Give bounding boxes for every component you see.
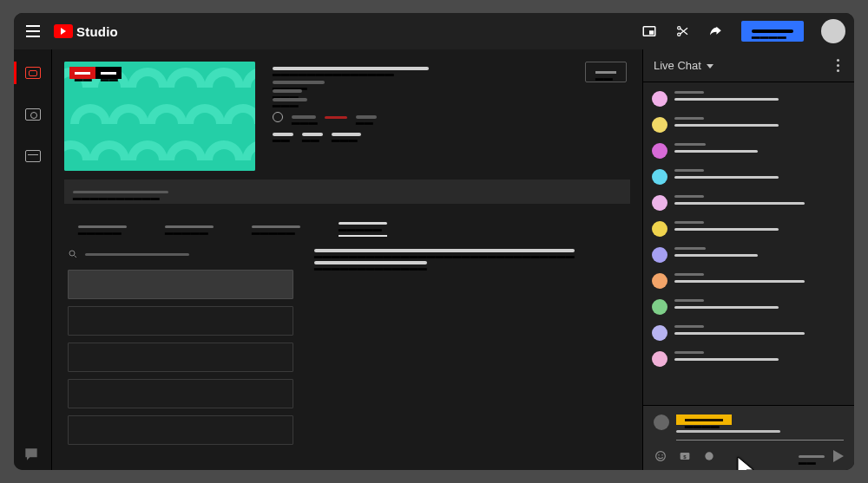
detail-line-2: ━━━━━━━━━━━━━ bbox=[314, 261, 427, 264]
emoji-icon[interactable] bbox=[654, 449, 667, 463]
tab-strip: ━━━━━ ━━━━━ ━━━━━ ━━━━━ bbox=[64, 216, 630, 237]
info-meta-row-1: ━━━ ━━ bbox=[273, 112, 568, 122]
globe-icon bbox=[273, 112, 283, 122]
chat-text bbox=[674, 228, 779, 231]
info-sub-2: ━━━ bbox=[273, 89, 302, 93]
svg-point-2 bbox=[678, 27, 681, 29]
chat-message[interactable] bbox=[652, 325, 845, 341]
live-control-room-window: Studio ━━━━ bbox=[14, 13, 854, 470]
chat-panel: Live Chat ━━━━ $ bbox=[642, 49, 854, 470]
chat-text bbox=[674, 150, 758, 153]
body: ━━ ━━ ━━━━━━━━━━━━━━ ━━━━ ━━━ ━━━ ━━━ bbox=[14, 49, 854, 470]
search-input[interactable] bbox=[85, 253, 189, 256]
chat-overflow-menu[interactable] bbox=[832, 59, 844, 72]
rail-item-stream[interactable] bbox=[14, 62, 52, 84]
stream-thumbnail[interactable]: ━━ ━━ bbox=[64, 62, 255, 171]
go-live-label: ━━━━ bbox=[752, 29, 793, 33]
char-count: ━━ bbox=[799, 455, 825, 458]
go-live-button[interactable]: ━━━━ bbox=[741, 21, 804, 42]
info-sub-1: ━━━━ bbox=[273, 81, 325, 84]
chat-avatar bbox=[652, 91, 667, 107]
account-avatar[interactable] bbox=[821, 19, 845, 43]
tab-3[interactable]: ━━━━━ bbox=[339, 216, 387, 237]
scissors-icon[interactable] bbox=[670, 19, 694, 43]
chat-header: Live Chat bbox=[643, 49, 854, 82]
chevron-down-icon bbox=[707, 64, 713, 69]
self-name-chip: ━━━━ bbox=[676, 414, 732, 425]
svg-rect-1 bbox=[649, 30, 654, 35]
chat-message-list[interactable] bbox=[643, 82, 854, 405]
chat-author bbox=[674, 169, 704, 172]
chat-text bbox=[674, 358, 779, 361]
chat-input[interactable] bbox=[676, 430, 780, 433]
chat-message[interactable] bbox=[652, 299, 845, 315]
stream-title: ━━━━━━━━━━━━━━ bbox=[273, 67, 429, 70]
chat-mode-selector[interactable]: Live Chat bbox=[654, 59, 713, 72]
tab-0[interactable]: ━━━━━ bbox=[78, 216, 127, 237]
search-row[interactable] bbox=[68, 245, 293, 263]
chat-message[interactable] bbox=[652, 351, 845, 367]
topbar: Studio ━━━━ bbox=[14, 13, 854, 49]
chat-author bbox=[674, 247, 706, 250]
chat-avatar bbox=[652, 247, 667, 263]
list-row-2[interactable] bbox=[68, 343, 293, 372]
rail-item-webcam[interactable] bbox=[14, 103, 52, 126]
chat-author bbox=[674, 91, 704, 94]
duration-badge: ━━ bbox=[95, 67, 122, 79]
popout-icon[interactable] bbox=[637, 19, 661, 43]
chat-avatar bbox=[652, 117, 667, 133]
chat-message[interactable] bbox=[652, 273, 845, 289]
chat-message[interactable] bbox=[652, 195, 845, 211]
live-badge: ━━ bbox=[69, 67, 95, 79]
chat-author bbox=[674, 117, 704, 120]
svg-point-3 bbox=[678, 33, 681, 36]
list-row-3[interactable] bbox=[68, 379, 293, 408]
rail-item-manage[interactable] bbox=[14, 145, 52, 167]
status-bar-red bbox=[325, 116, 347, 119]
chat-text bbox=[674, 280, 805, 283]
stream-icon bbox=[25, 67, 41, 79]
chat-avatar bbox=[652, 221, 667, 237]
menu-icon[interactable] bbox=[23, 21, 43, 42]
list-row-0[interactable] bbox=[68, 270, 293, 299]
chat-input-area: ━━━━ $ ━━ bbox=[643, 405, 854, 470]
chat-avatar bbox=[652, 273, 667, 289]
send-icon[interactable] bbox=[833, 450, 844, 462]
stream-info-column: ━━━━━━━━━━━━━━ ━━━━ ━━━ ━━━ ━━━ ━━ ━━ bbox=[273, 62, 568, 171]
chat-message[interactable] bbox=[652, 117, 845, 133]
svg-point-5 bbox=[69, 251, 75, 256]
superchat-icon[interactable]: $ bbox=[678, 449, 692, 463]
search-icon bbox=[68, 249, 78, 259]
play-icon bbox=[54, 24, 73, 38]
info-sub-3: ━━━ bbox=[273, 98, 307, 101]
chat-text bbox=[674, 98, 779, 101]
stream-info-strip: ━━ ━━ ━━━━━━━━━━━━━━ ━━━━ ━━━ ━━━ ━━━ bbox=[52, 49, 642, 179]
chat-message[interactable] bbox=[652, 143, 845, 159]
tab-2[interactable]: ━━━━━ bbox=[252, 216, 300, 237]
chat-message[interactable] bbox=[652, 169, 845, 185]
chat-avatar bbox=[652, 169, 667, 185]
chat-text bbox=[674, 306, 779, 309]
poll-icon[interactable] bbox=[702, 449, 716, 463]
chat-text bbox=[674, 202, 805, 205]
chat-message[interactable] bbox=[652, 221, 845, 237]
camera-icon bbox=[25, 108, 41, 121]
share-icon[interactable] bbox=[703, 19, 727, 43]
edit-button[interactable]: ━━ bbox=[585, 62, 627, 82]
main-panel: ━━ ━━ ━━━━━━━━━━━━━━ ━━━━ ━━━ ━━━ ━━━ bbox=[52, 49, 642, 470]
left-rail bbox=[14, 49, 52, 470]
chat-author bbox=[674, 325, 704, 328]
list-row-4[interactable] bbox=[68, 415, 293, 445]
tab-1[interactable]: ━━━━━ bbox=[165, 216, 214, 237]
chat-text bbox=[674, 124, 779, 127]
feedback-icon[interactable] bbox=[23, 446, 40, 461]
brand-logo[interactable]: Studio bbox=[54, 24, 118, 39]
chat-message[interactable] bbox=[652, 91, 845, 107]
chat-actions-row: $ ━━ bbox=[654, 447, 844, 463]
content-left-column bbox=[68, 245, 293, 470]
chat-text bbox=[674, 332, 805, 335]
list-row-1[interactable] bbox=[68, 306, 293, 336]
chat-message[interactable] bbox=[652, 247, 845, 263]
health-bar: ━━━━━━━━━━ bbox=[64, 179, 630, 204]
thumbnail-badges: ━━ ━━ bbox=[69, 67, 122, 79]
